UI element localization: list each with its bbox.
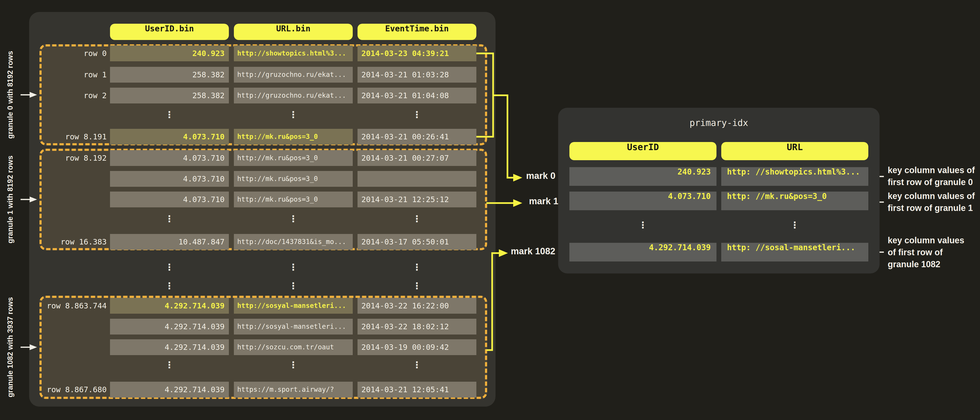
userid-cell: 240.923: [110, 45, 229, 61]
ellipsis: ⋮: [410, 281, 424, 295]
column-header-eventtime-bin: EventTime.bin: [358, 24, 476, 40]
ellipsis: ⋮: [788, 220, 802, 234]
url-cell: http://doc/1437831&is_mo...: [234, 234, 353, 250]
ellipsis: ⋮: [286, 109, 301, 124]
eventtime-cell: 2014-03-21 12:05:41: [358, 382, 476, 398]
userid-cell: 4.073.710: [110, 192, 229, 208]
annotation-granule-0: key column values of first row of granul…: [888, 164, 980, 188]
ellipsis: ⋮: [162, 360, 177, 374]
primary-index-userid-cell: 4.292.714.039: [570, 243, 716, 262]
row-label: row 16.383: [36, 234, 107, 250]
userid-cell: 258.382: [110, 88, 229, 104]
eventtime-cell: 2014-03-21 00:26:41: [358, 129, 476, 145]
column-header-userid-bin: UserID.bin: [110, 24, 229, 40]
row-label: row 8.863.744: [36, 298, 107, 314]
annotation-line: key column values: [888, 235, 980, 246]
annotation-granule-1: key column values of first row of granul…: [888, 190, 980, 214]
ellipsis: ⋮: [162, 109, 177, 124]
annotation-granule-1082: key column values of first row of granul…: [888, 235, 980, 270]
annotation-line: granule 1082: [888, 259, 980, 270]
row-label: row 0: [36, 45, 107, 61]
eventtime-cell: 2014-03-21 01:04:08: [358, 88, 476, 104]
url-cell: http://mk.ru&pos=3_0: [234, 192, 353, 208]
url-cell: http://mk.ru&pos=3_0: [234, 150, 353, 166]
primary-index-url-cell: http: //mk.ru&pos=3_0: [721, 192, 868, 210]
mark-1082-label: mark 1082: [511, 246, 555, 260]
row-label: row 2: [36, 88, 107, 104]
mark-1-label: mark 1: [529, 196, 558, 210]
column-header-url-bin: URL.bin: [234, 24, 353, 40]
mark-0-label: mark 0: [526, 171, 555, 185]
primary-index-header-url: URL: [721, 142, 868, 160]
eventtime-cell-empty: [358, 171, 476, 187]
mark-0-arrow: [493, 95, 513, 178]
eventtime-cell: 2014-03-21 12:25:12: [358, 192, 476, 208]
url-cell: http://gruzochno.ru/ekat...: [234, 67, 353, 83]
primary-index-userid-cell: 240.923: [570, 167, 716, 186]
granule-1082-side-label: granule 1082 with 3937 rows: [6, 240, 21, 420]
ellipsis: ⋮: [410, 109, 424, 124]
userid-cell: 258.382: [110, 67, 229, 83]
url-cell: http://mk.ru&pos=3_0: [234, 171, 353, 187]
ellipsis: ⋮: [636, 220, 650, 234]
row-label: row 8.191: [36, 129, 107, 145]
url-cell: http://sosyal-mansetleri...: [234, 319, 353, 335]
url-cell: https://m.sport.airway/?: [234, 382, 353, 398]
url-cell: http://sozcu.com.tr/oaut: [234, 339, 353, 355]
eventtime-cell: 2014-03-21 00:27:07: [358, 150, 476, 166]
userid-cell: 4.292.714.039: [110, 382, 229, 398]
userid-cell: 4.292.714.039: [110, 339, 229, 355]
userid-cell: 4.292.714.039: [110, 319, 229, 335]
eventtime-cell: 2014-03-19 00:09:42: [358, 339, 476, 355]
userid-cell: 4.292.714.039: [110, 298, 229, 314]
primary-index-userid-cell: 4.073.710: [570, 192, 716, 210]
ellipsis: ⋮: [410, 360, 424, 374]
primary-index-url-cell: http: //showtopics.html%3...: [721, 167, 868, 186]
eventtime-cell: 2014-03-22 16:22:00: [358, 298, 476, 314]
ellipsis: ⋮: [410, 262, 424, 276]
ellipsis: ⋮: [162, 281, 177, 295]
eventtime-cell: 2014-03-17 05:50:01: [358, 234, 476, 250]
eventtime-cell: 2014-03-22 18:02:12: [358, 319, 476, 335]
row-label: row 8.192: [36, 150, 107, 166]
annotation-line: key column values of: [888, 164, 980, 176]
annotation-line: first row of granule 1: [888, 202, 980, 214]
primary-index-title: primary-idx: [558, 118, 880, 130]
row-label: row 1: [36, 67, 107, 83]
url-cell: http://showtopics.html%3...: [234, 45, 353, 61]
primary-index-header-userid: UserID: [570, 142, 716, 160]
eventtime-cell: 2014-03-21 01:03:28: [358, 67, 476, 83]
ellipsis: ⋮: [162, 262, 177, 276]
eventtime-cell: 2014-03-23 04:39:21: [358, 45, 476, 61]
row-label: row 8.867.680: [36, 382, 107, 398]
annotation-line: of first row of: [888, 246, 980, 259]
url-cell: http://sosyal-mansetleri...: [234, 298, 353, 314]
url-cell: http://gruzochno.ru/ekat...: [234, 88, 353, 104]
primary-index-url-cell: http: //sosal-mansetleri...: [721, 243, 868, 262]
diagram-canvas: granule 0 with 8192 rows granule 1 with …: [0, 0, 980, 420]
userid-cell: 4.073.710: [110, 150, 229, 166]
userid-cell: 4.073.710: [110, 129, 229, 145]
url-cell: http://mk.ru&pos=3_0: [234, 129, 353, 145]
ellipsis: ⋮: [286, 262, 301, 276]
ellipsis: ⋮: [410, 214, 424, 228]
annotation-line: key column values of: [888, 190, 980, 202]
ellipsis: ⋮: [286, 214, 301, 228]
annotation-line: first row of granule 0: [888, 176, 980, 188]
ellipsis: ⋮: [286, 281, 301, 295]
userid-cell: 4.073.710: [110, 171, 229, 187]
userid-cell: 10.487.847: [110, 234, 229, 250]
ellipsis: ⋮: [162, 214, 177, 228]
ellipsis: ⋮: [286, 360, 301, 374]
